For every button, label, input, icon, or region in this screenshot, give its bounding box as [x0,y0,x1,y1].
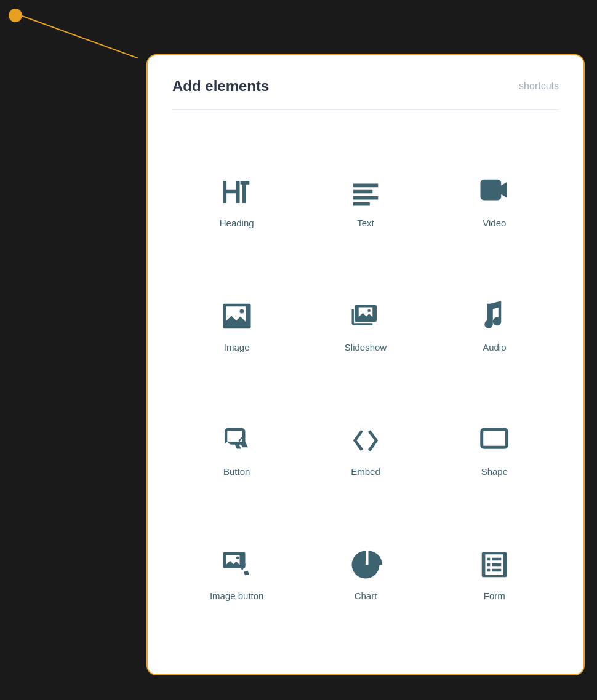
embed-icon [349,422,382,459]
image-icon [220,298,254,335]
slideshow-label: Slideshow [345,342,387,352]
element-item-video[interactable]: Video [430,161,559,241]
header-divider [172,109,559,110]
panel-shortcuts-label: shortcuts [519,81,559,92]
video-label: Video [483,218,506,228]
image-button-icon [220,546,254,583]
heading-icon [220,173,254,210]
svg-rect-0 [482,429,507,447]
element-item-slideshow[interactable]: Slideshow [301,285,430,365]
add-elements-panel: Add elements shortcuts Heading Text [146,54,585,675]
element-item-audio[interactable]: Audio [430,285,559,365]
video-icon [478,173,511,210]
text-icon [349,173,382,210]
element-item-form[interactable]: Form [430,534,559,613]
element-item-heading[interactable]: Heading [172,161,301,241]
element-item-text[interactable]: Text [301,161,430,241]
slideshow-icon [349,298,382,335]
element-item-image-button[interactable]: Image button [172,534,301,613]
heading-label: Heading [220,218,254,228]
chart-icon [349,546,382,583]
elements-grid: Heading Text Video [172,122,559,652]
shape-label: Shape [481,466,508,477]
pointer-dot [9,9,22,22]
element-item-chart[interactable]: Chart [301,534,430,613]
element-item-embed[interactable]: Embed [301,410,430,489]
panel-title: Add elements [172,78,269,95]
image-label: Image [224,342,250,352]
text-label: Text [357,218,374,228]
audio-icon [478,298,511,335]
chart-label: Chart [355,591,377,601]
audio-label: Audio [483,342,506,352]
pointer-line [22,15,138,58]
element-item-image[interactable]: Image [172,285,301,365]
embed-label: Embed [351,466,380,477]
form-icon [478,546,511,583]
shape-icon [478,422,511,459]
image-button-label: Image button [210,591,264,601]
panel-header: Add elements shortcuts [172,78,559,95]
button-icon [220,422,254,459]
element-item-button[interactable]: Button [172,410,301,489]
form-label: Form [484,591,505,601]
element-item-shape[interactable]: Shape [430,410,559,489]
button-label: Button [223,466,250,477]
